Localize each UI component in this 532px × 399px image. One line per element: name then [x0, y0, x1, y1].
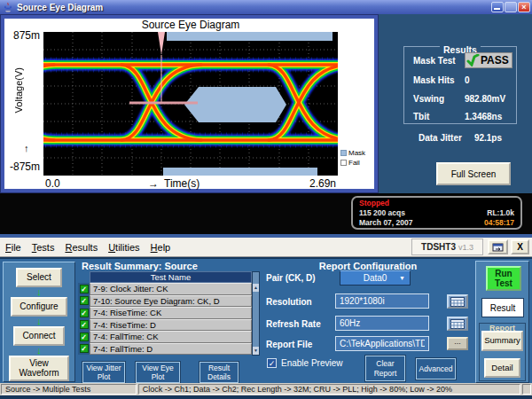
screen: Source Eye Diagram × Source Eye Diagram: [0, 0, 532, 399]
detail-button[interactable]: Detail: [484, 358, 520, 378]
flow-arrow-icon: ↓: [36, 346, 42, 356]
status-badge: PASS: [465, 52, 512, 68]
app-title-bar: Source Eye Diagram ×: [0, 0, 532, 14]
time-label: 04:58:17: [484, 218, 514, 228]
view-jitter-plot-button[interactable]: View Jitter Plot: [82, 362, 125, 383]
scope-strip: Stopped 115 200 acqs RL:1.0k March 07, 2…: [0, 193, 532, 234]
x-axis-min-label: 0.0: [45, 177, 60, 190]
plot-legend: Mask Fail: [340, 148, 365, 168]
table-scrollbar[interactable]: ▲ ▼: [252, 271, 260, 356]
fail-swatch-icon: [340, 160, 347, 166]
app-version: v1.3: [458, 243, 473, 252]
keypad-button[interactable]: [447, 317, 468, 331]
date-label: March 07, 2007: [359, 218, 412, 228]
menu-utilities[interactable]: Utilities: [103, 240, 145, 254]
clear-report-button[interactable]: Clear Report: [365, 356, 405, 381]
table-row[interactable]: ✓ 7-10: Source Eye Diagram: CK, D: [78, 295, 252, 308]
table-row[interactable]: ✓ 7-9: Clock Jitter: CK: [78, 283, 252, 295]
flow-arrow-icon: ↓: [36, 287, 42, 297]
record-length: RL:1.0k: [487, 208, 514, 218]
keypad-icon: [450, 319, 465, 329]
tbit-label: Tbit: [413, 112, 465, 121]
minimize-icon[interactable]: [491, 2, 504, 12]
results-groupbox: Results Mask Test PASS Mask Hits 0 Vswin…: [403, 46, 517, 124]
y-axis-max-label: 875m: [6, 29, 40, 42]
test-pass-icon: ✓: [80, 344, 89, 353]
eye-diagram-canvas: [43, 32, 338, 176]
result-details-button[interactable]: Result Details: [200, 362, 239, 383]
data-jitter-label: Data Jitter: [419, 133, 462, 143]
refresh-rate-field[interactable]: [335, 316, 429, 331]
summary-button[interactable]: Summary: [481, 331, 523, 351]
table-row[interactable]: ✓ 7-4: FallTime: CK: [78, 331, 252, 343]
maximize-icon[interactable]: [505, 2, 517, 12]
mask-test-value: PASS: [481, 54, 509, 66]
eye-diagram-window: Source Eye Diagram: [0, 14, 379, 193]
pair-dropdown[interactable]: Data0 ▼: [340, 270, 411, 286]
mask-top-bar: [167, 32, 332, 41]
view-eye-plot-button[interactable]: View Eye Plot: [136, 362, 180, 383]
resolution-field[interactable]: [335, 293, 429, 309]
app-version-badge: TDSHT3 v1.3: [411, 239, 483, 255]
test-pass-icon: ✓: [80, 309, 89, 317]
table-row[interactable]: ✓ 7-4: RiseTime: CK: [78, 307, 252, 319]
connect-button[interactable]: Connect: [13, 326, 65, 346]
mask-hits-value: 0: [465, 75, 470, 85]
vswing-value: 982.80mV: [465, 94, 505, 104]
test-name[interactable]: 7-4: RiseTime: CK: [90, 307, 252, 319]
status-config: Clock -> Ch1; Data -> Ch2; Rec Length ->…: [138, 384, 520, 395]
keypad-icon: [450, 297, 465, 307]
test-name[interactable]: 7-10: Source Eye Diagram: CK, D: [90, 295, 252, 308]
results-panel: Results Mask Test PASS Mask Hits 0 Vswin…: [379, 14, 532, 193]
y-axis-min-label: -875m: [4, 160, 40, 173]
scroll-down-icon[interactable]: ▼: [253, 347, 259, 355]
x-axis-max-label: 2.69n: [309, 177, 336, 190]
table-row[interactable]: ✓ 7-4: FallTime: D: [78, 343, 252, 356]
java-app-icon: [3, 2, 13, 12]
test-name[interactable]: 7-9: Clock Jitter: CK: [90, 283, 252, 295]
result-button[interactable]: Result: [481, 298, 524, 317]
data-jitter-value: 92.1ps: [474, 133, 502, 143]
configure-button[interactable]: Configure: [11, 297, 67, 317]
keypad-button[interactable]: [447, 294, 468, 309]
scroll-up-icon[interactable]: ▲: [253, 284, 259, 292]
mask-swatch-icon: [340, 150, 347, 156]
hide-app-button[interactable]: [488, 239, 508, 254]
pair-value: Data0: [364, 273, 387, 283]
action-panel: Run Test Result Report Summary Detail: [475, 261, 529, 383]
menu-results[interactable]: Results: [59, 240, 103, 254]
test-name[interactable]: 7-4: RiseTime: D: [90, 319, 252, 332]
acquisition-readout: Stopped 115 200 acqs RL:1.0k March 07, 2…: [351, 196, 522, 230]
pair-label: Pair (CK, D): [266, 273, 316, 283]
menu-file[interactable]: File: [0, 240, 27, 254]
test-table-header: Test Name: [90, 271, 252, 283]
x-axis-label: Time(s): [164, 177, 200, 190]
result-summary-title: Result Summary: Source: [82, 261, 198, 271]
report-file-field[interactable]: [335, 336, 429, 351]
full-screen-button[interactable]: Full Screen: [436, 162, 511, 185]
enable-preview-label: Enable Preview: [281, 358, 342, 368]
y-axis-label: Voltage(V): [13, 67, 24, 113]
report-file-label: Report File: [266, 340, 312, 349]
close-icon[interactable]: ×: [518, 2, 530, 12]
menu-tests[interactable]: Tests: [27, 240, 60, 254]
main-panel: Select ↓ Configure ↓ Connect ↓ View Wave…: [0, 257, 532, 383]
browse-button[interactable]: ...: [447, 337, 468, 350]
flow-nav-panel: Select ↓ Configure ↓ Connect ↓ View Wave…: [3, 262, 75, 382]
menu-help[interactable]: Help: [145, 240, 176, 254]
refresh-rate-label: Refresh Rate: [266, 319, 321, 329]
status-source: Source -> Multiple Tests: [1, 384, 137, 395]
status-spacer: [522, 384, 531, 395]
vswing-label: Vswing: [413, 94, 465, 104]
acquisition-status: Stopped: [359, 199, 389, 208]
run-test-button[interactable]: Run Test: [486, 266, 521, 291]
test-name[interactable]: 7-4: FallTime: CK: [90, 331, 252, 343]
app-close-button[interactable]: X: [511, 239, 529, 254]
advanced-button[interactable]: Advanced: [416, 358, 456, 379]
table-row[interactable]: ✓ 7-4: RiseTime: D: [78, 319, 252, 332]
view-waveform-button[interactable]: View Waveform: [9, 356, 69, 381]
enable-preview-checkbox[interactable]: ✓: [267, 358, 277, 368]
test-name[interactable]: 7-4: FallTime: D: [90, 343, 252, 356]
select-button[interactable]: Select: [16, 268, 62, 287]
y-axis-arrow-icon: ↑: [24, 143, 29, 153]
